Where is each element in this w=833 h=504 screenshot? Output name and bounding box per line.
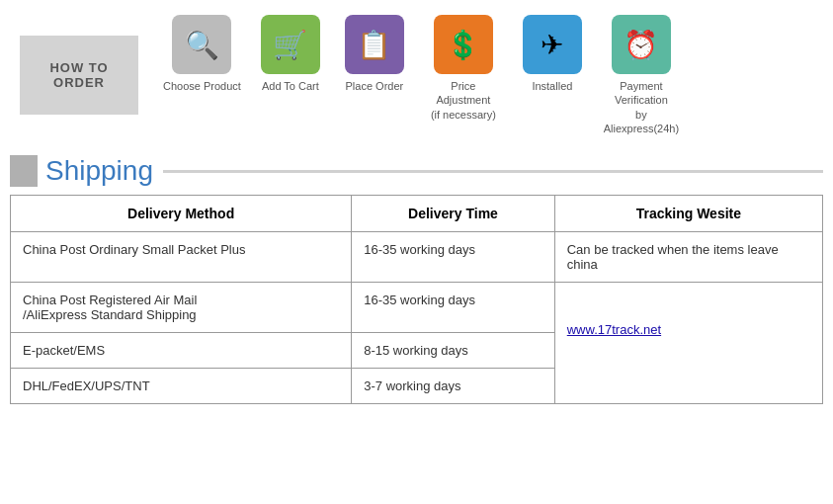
price-adjustment-icon: 💲 [434,15,493,74]
table-row: China Post Registered Air Mail/AliExpres… [11,283,823,333]
payment-verification-label: Payment Verificationby Aliexpress(24h) [602,79,681,135]
time-cell-0: 16-35 working days [352,232,555,283]
time-cell-3: 3-7 working days [352,369,555,404]
place-order-label: Place Order [346,79,404,93]
shipping-table: Delivery Method Delivery Time Tracking W… [10,195,823,404]
header-delivery-method: Delivery Method [11,196,352,232]
header-delivery-time: Delivery Time [352,196,555,232]
step-place-order: 📋 Place Order [340,15,409,93]
tracking-cell-0: Can be tracked when the items leave chin… [554,232,822,283]
method-cell-1: China Post Registered Air Mail/AliExpres… [11,283,352,333]
tracking-link[interactable]: www.17track.net [567,322,661,337]
step-installed: ✈ Installed [518,15,587,93]
step-choose-product: 🔍 Choose Product [163,15,241,93]
price-adjustment-label: Price Adjustment(if necessary) [424,79,503,122]
step-price-adjustment: 💲 Price Adjustment(if necessary) [424,15,503,122]
steps-container: 🔍 Choose Product 🛒 Add To Cart 📋 Place O… [163,15,813,135]
place-order-icon: 📋 [345,15,404,74]
table-header-row: Delivery Method Delivery Time Tracking W… [11,196,823,232]
shipping-title: Shipping [45,155,153,187]
step-payment-verification: ⏰ Payment Verificationby Aliexpress(24h) [602,15,681,135]
header-tracking-website: Tracking Wesite [554,196,822,232]
shipping-line-decoration [163,170,823,173]
shipping-bar-decoration [10,155,38,187]
method-cell-0: China Post Ordinary Small Packet Plus [11,232,352,283]
tracking-cell-1: www.17track.net [554,283,822,404]
add-to-cart-icon: 🛒 [261,15,320,74]
time-cell-2: 8-15 working days [352,333,555,369]
installed-icon: ✈ [523,15,582,74]
choose-product-icon: 🔍 [172,15,231,74]
shipping-header: Shipping [10,155,823,187]
step-add-to-cart: 🛒 Add To Cart [256,15,325,93]
time-cell-1: 16-35 working days [352,283,555,333]
add-to-cart-label: Add To Cart [262,79,319,93]
shipping-table-wrapper: Delivery Method Delivery Time Tracking W… [0,195,833,414]
payment-verification-icon: ⏰ [612,15,671,74]
table-row: China Post Ordinary Small Packet Plus 16… [11,232,823,283]
method-cell-3: DHL/FedEX/UPS/TNT [11,369,352,404]
method-cell-2: E-packet/EMS [11,333,352,369]
how-to-order-section: HOW TO ORDER 🔍 Choose Product 🛒 Add To C… [0,0,833,150]
how-to-order-label: HOW TO ORDER [20,36,138,115]
installed-label: Installed [532,79,572,93]
choose-product-label: Choose Product [163,79,241,93]
